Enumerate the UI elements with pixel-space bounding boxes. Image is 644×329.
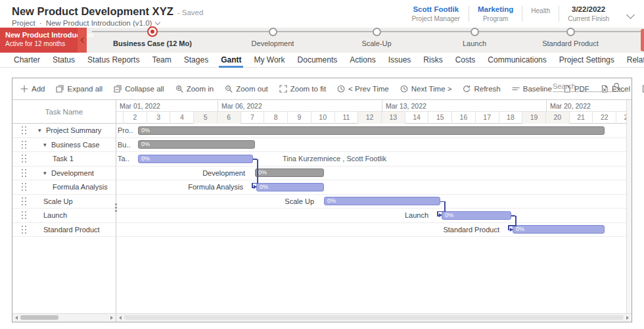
gantt-bar-task[interactable]: 0% <box>138 155 253 163</box>
info-label: Health <box>531 7 550 14</box>
gantt-bar-task[interactable]: 0% <box>442 211 511 220</box>
tab-risks[interactable]: Risks <box>421 53 444 67</box>
drag-handle-icon[interactable] <box>22 126 27 134</box>
table-row[interactable]: Scale Up <box>12 195 116 209</box>
gantt-bar-task[interactable]: 0% <box>513 225 605 234</box>
day-number-cell: 18 <box>499 112 523 124</box>
tab-charter[interactable]: Charter <box>12 53 42 67</box>
gantt-bar-summary[interactable]: 0% <box>138 140 255 149</box>
collapse-caret-icon[interactable]: ▾ <box>43 170 49 176</box>
gantt-bar-summary[interactable]: 0% <box>255 168 324 177</box>
stage-scroll-right-button[interactable] <box>641 29 644 51</box>
task-name[interactable]: Task 1 <box>53 155 74 163</box>
toolbar-button-zoom-out[interactable]: Zoom out <box>225 85 268 93</box>
task-name[interactable]: Development <box>51 169 94 177</box>
search-input[interactable] <box>553 82 613 90</box>
scroll-left-arrow-icon[interactable] <box>119 316 122 320</box>
gantt-bar-task[interactable]: 0% <box>256 183 324 191</box>
chart-scrollbar-thumb[interactable] <box>124 315 624 320</box>
task-name[interactable]: Business Case <box>51 141 99 149</box>
stage-marker-active[interactable] <box>147 26 158 37</box>
table-row[interactable]: ▾Development <box>12 166 116 181</box>
drag-handle-icon[interactable] <box>22 169 27 177</box>
tab-status-reports[interactable]: Status Reports <box>85 53 141 67</box>
tab-costs[interactable]: Costs <box>453 53 478 67</box>
task-name[interactable]: Standard Product <box>43 226 100 234</box>
table-row[interactable]: ▾Business Case <box>12 138 116 153</box>
stage-marker-node[interactable] <box>471 28 479 36</box>
toolbar-button-csv[interactable]: CSV <box>641 85 644 93</box>
toolbar-button-zoom-in[interactable]: Zoom in <box>175 85 214 93</box>
stage-marker-node[interactable] <box>566 28 575 36</box>
tab-communications[interactable]: Communications <box>486 53 548 67</box>
task-name[interactable]: Scale Up <box>43 197 73 205</box>
tab-documents[interactable]: Documents <box>296 53 340 67</box>
toolbar-button-baseline[interactable]: Baseline <box>512 85 552 93</box>
table-row[interactable]: Formula Analysis <box>12 180 116 195</box>
tab-stages[interactable]: Stages <box>182 53 210 67</box>
table-scrollbar-thumb[interactable] <box>20 315 58 320</box>
info-link[interactable]: Scott Footlik <box>412 5 460 13</box>
gantt-bar-task[interactable]: 0% <box>324 197 440 205</box>
tab-actions[interactable]: Actions <box>348 53 377 67</box>
task-name[interactable]: Launch <box>43 211 67 219</box>
tab-related[interactable]: Related <box>625 53 644 67</box>
stage-marker-node[interactable] <box>269 28 277 36</box>
drag-handle-icon[interactable] <box>22 197 27 205</box>
info-link[interactable]: Marketing <box>478 5 513 13</box>
day-number-cell: 5 <box>194 112 218 124</box>
collapse-caret-icon[interactable]: ▾ <box>38 127 44 134</box>
day-number-cell: 21 <box>570 112 593 124</box>
drag-handle-icon[interactable] <box>22 141 27 149</box>
gantt-bar-summary[interactable]: 0% <box>138 126 605 135</box>
drag-handle-icon[interactable] <box>22 211 27 219</box>
tab-issues[interactable]: Issues <box>386 53 413 67</box>
task-name[interactable]: Project Summary <box>46 126 101 134</box>
toolbar-button-prev-time[interactable]: < Prev Time <box>337 85 389 93</box>
toolbar-button-collapse-all[interactable]: Collapse all <box>114 85 164 93</box>
day-number-cell: 20 <box>546 112 570 124</box>
day-number: 13 <box>389 113 397 121</box>
table-row[interactable]: Task 1 <box>12 152 116 166</box>
toolbar-button-label: Zoom to fit <box>290 85 326 93</box>
toolbar-button-add[interactable]: Add <box>20 85 45 93</box>
scroll-right-arrow-icon[interactable] <box>626 316 629 320</box>
drag-handle-icon[interactable] <box>22 183 27 191</box>
panel-splitter-handle[interactable] <box>114 202 118 213</box>
drag-handle-icon[interactable] <box>22 226 27 234</box>
task-name[interactable]: Formula Analysis <box>53 183 108 191</box>
table-row[interactable]: ▾Project Summary <box>12 124 116 138</box>
scroll-right-arrow-icon[interactable] <box>110 316 113 320</box>
table-row[interactable]: Standard Product <box>12 223 116 238</box>
day-number: 18 <box>507 113 515 121</box>
collapse-caret-icon[interactable]: ▾ <box>43 141 49 148</box>
dependency-connector-line <box>508 225 517 226</box>
stage-marker-node[interactable] <box>373 28 381 36</box>
header-collapse-chevron-icon[interactable] <box>626 11 635 19</box>
gantt-bar-left-label: Standard Product <box>443 226 499 234</box>
breadcrumb-item[interactable]: New Product Introduction (v1.0) <box>46 19 152 27</box>
tab-gantt[interactable]: Gantt <box>219 53 243 67</box>
chevron-down-icon[interactable] <box>155 19 160 24</box>
day-number-cell: 10 <box>311 112 335 124</box>
gantt-bar-left-label: Development <box>202 169 245 177</box>
tab-team[interactable]: Team <box>150 53 173 67</box>
tab-status[interactable]: Status <box>51 53 77 67</box>
toolbar-button-zoom-to-fit[interactable]: Zoom to fit <box>279 85 326 93</box>
vertical-scrollbar[interactable] <box>626 100 632 313</box>
tab-label: My Work <box>254 55 285 64</box>
scroll-left-arrow-icon[interactable] <box>15 316 18 320</box>
tab-label: Documents <box>298 55 338 64</box>
table-row[interactable]: Launch <box>12 209 116 223</box>
saved-status: - Saved <box>177 9 204 16</box>
toolbar-button-refresh[interactable]: Refresh <box>463 85 500 93</box>
dependency-connector-line <box>444 201 446 211</box>
tab-project-settings[interactable]: Project Settings <box>557 53 616 67</box>
drag-handle-icon[interactable] <box>22 155 27 163</box>
zoom-out-icon <box>225 85 233 93</box>
toolbar-button-next-time[interactable]: Next Time > <box>400 85 452 93</box>
dependency-arrow-icon <box>254 185 257 189</box>
toolbar-button-expand-all[interactable]: Expand all <box>56 85 103 93</box>
stage-scroll-left-button[interactable] <box>78 28 87 53</box>
tab-my-work[interactable]: My Work <box>252 53 287 67</box>
